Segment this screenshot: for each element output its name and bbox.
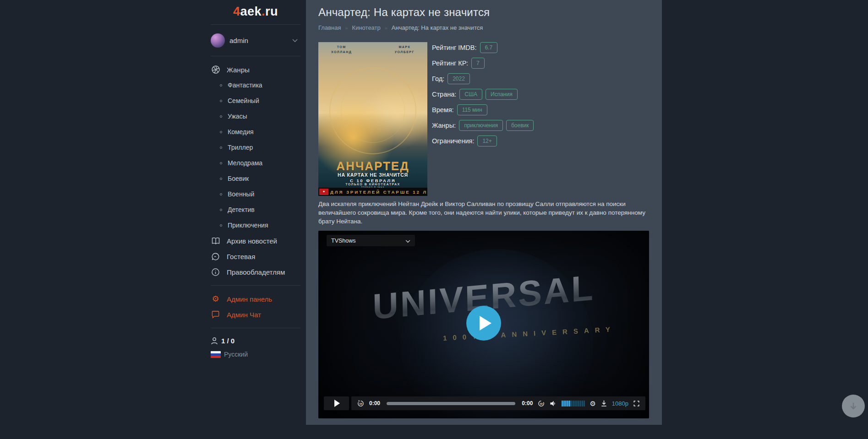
volume-bars[interactable]	[562, 401, 585, 406]
sidebar-item-genres[interactable]: Жанры	[211, 62, 300, 77]
video-player[interactable]: UNIVERSAL 100TH ANNIVERSARY TVShows	[318, 231, 649, 418]
source-select[interactable]: TVShows	[327, 235, 415, 246]
poster-note: ТОЛЬКО В КИНОТЕАТРАХ	[318, 183, 427, 186]
breadcrumb: Главная » Кинотеатр » Анчартед: На карта…	[318, 24, 650, 31]
sidebar-item-label: Жанры	[227, 66, 250, 74]
bullet-icon	[220, 209, 222, 211]
age-badge[interactable]: 12+	[477, 135, 497, 146]
language-label: Русский	[224, 351, 248, 358]
site-logo[interactable]: 4aek.ru	[211, 5, 300, 19]
info-circle-icon	[211, 268, 220, 276]
fullscreen-icon	[633, 400, 640, 407]
svg-text:10: 10	[359, 402, 362, 405]
page: 4aek.ru admin Жанры Фантастика Семей	[0, 0, 868, 439]
page-title: Анчартед: На картах не значится	[318, 6, 650, 19]
genre-badge[interactable]: боевик	[506, 120, 534, 131]
sidebar-item-genre[interactable]: Военный	[211, 186, 300, 202]
poster-age-banner: ДЛЯ ЗРИТЕЛЕЙ СТАРШЕ 12 ЛЕТ	[318, 188, 427, 196]
poster-actor-left: ТОМ ХОЛЛАНД	[331, 45, 352, 54]
forward-10-button[interactable]: 10	[537, 400, 545, 407]
country-badge[interactable]: США	[459, 89, 482, 100]
progress-bar[interactable]	[387, 402, 515, 405]
sidebar-item-genre[interactable]: Мелодрама	[211, 155, 300, 171]
play-button[interactable]	[324, 396, 349, 410]
duration-badge[interactable]: 115 мин	[457, 104, 487, 115]
scroll-down-fab[interactable]	[842, 395, 865, 417]
info-label: Рейтинг КР:	[432, 60, 468, 67]
info-label: Время:	[432, 106, 454, 114]
info-row-duration: Время: 115 мин	[432, 104, 537, 115]
fullscreen-button[interactable]	[633, 400, 640, 407]
person-icon	[211, 337, 218, 345]
settings-button[interactable]: ⚙	[590, 400, 595, 407]
sidebar-item-news-archive[interactable]: Архив новостей	[211, 233, 300, 249]
movie-header: ТОМ ХОЛЛАНД МАРК УОЛБЕРГ АНЧАРТЕД НА КАР…	[318, 42, 650, 196]
rewind-10-icon: 10	[357, 400, 365, 407]
genre-badge[interactable]: приключения	[459, 120, 503, 131]
quality-button[interactable]: 1080p	[612, 400, 628, 407]
movie-info: Рейтинг IMDB: 6.7 Рейтинг КР: 7 Год: 202…	[432, 42, 537, 196]
genre-label: Фантастика	[228, 81, 262, 89]
mute-button[interactable]	[550, 400, 557, 407]
sidebar-item-admin-panel[interactable]: ⚙ Админ панель	[211, 291, 300, 307]
sidebar-item-genre[interactable]: Приключения	[211, 217, 300, 233]
user-name: admin	[229, 37, 292, 44]
genre-label: Ужасы	[228, 113, 247, 120]
imdb-rating-badge[interactable]: 6.7	[480, 42, 498, 53]
main-content: Анчартед: На картах не значится Главная …	[306, 0, 662, 425]
age-banner-text: ДЛЯ ЗРИТЕЛЕЙ СТАРШЕ 12 ЛЕТ	[330, 190, 427, 195]
divider	[211, 328, 300, 328]
info-label: Год:	[432, 75, 444, 82]
bullet-icon	[220, 84, 222, 87]
bullet-icon	[220, 193, 222, 195]
player-controls: 10 0:00 0:00 10	[324, 396, 645, 410]
sidebar-item-genre[interactable]: Боевик	[211, 171, 300, 186]
bullet-icon	[220, 100, 222, 102]
play-icon	[334, 400, 340, 407]
open-book-icon	[211, 237, 220, 245]
sidebar-item-genre[interactable]: Ужасы	[211, 108, 300, 124]
bullet-icon	[220, 131, 222, 133]
genre-label: Боевик	[228, 175, 249, 182]
arrow-down-icon	[848, 401, 858, 411]
rewind-10-button[interactable]: 10	[357, 400, 365, 407]
kp-rating-badge[interactable]: 7	[471, 58, 485, 69]
sidebar-item-genre[interactable]: Триллер	[211, 140, 300, 155]
info-label: Жанры:	[432, 122, 456, 129]
sidebar-item-genre[interactable]: Детектив	[211, 202, 300, 217]
bullet-icon	[220, 178, 222, 180]
speaker-icon	[550, 400, 557, 407]
genre-label: Мелодрама	[228, 159, 262, 167]
bullet-icon	[220, 224, 222, 227]
sidebar-item-admin-chat[interactable]: Админ Чат	[211, 307, 300, 322]
divider	[211, 56, 300, 56]
chat-circle-icon	[211, 252, 220, 261]
sidebar-item-genre[interactable]: Семейный	[211, 93, 300, 108]
movie-poster: ТОМ ХОЛЛАНД МАРК УОЛБЕРГ АНЧАРТЕД НА КАР…	[318, 42, 427, 196]
big-play-button[interactable]	[466, 306, 501, 341]
sidebar: 4aek.ru admin Жанры Фантастика Семей	[211, 0, 300, 361]
poster-title: АНЧАРТЕД	[318, 159, 427, 173]
chat-bubble-icon	[211, 310, 220, 319]
movie-description: Два искателя приключений Нейтан Дрейк и …	[318, 200, 646, 226]
chevron-down-icon	[292, 36, 298, 44]
download-button[interactable]	[601, 400, 607, 407]
current-time: 0:00	[369, 400, 380, 406]
user-menu[interactable]: admin	[211, 30, 300, 50]
sidebar-item-genre[interactable]: Комедия	[211, 124, 300, 140]
genre-label: Приключения	[228, 222, 268, 229]
info-row-genres: Жанры: приключения боевик	[432, 120, 537, 131]
breadcrumb-section[interactable]: Кинотеатр	[352, 24, 381, 31]
play-icon	[480, 316, 491, 331]
sidebar-item-guestbook[interactable]: Гостевая	[211, 249, 300, 264]
sidebar-item-rights[interactable]: Правообладетлям	[211, 264, 300, 280]
language-switcher[interactable]: Русский	[211, 347, 300, 361]
genre-label: Триллер	[228, 144, 253, 151]
country-badge[interactable]: Испания	[486, 89, 518, 100]
svg-text:10: 10	[540, 402, 543, 405]
breadcrumb-separator: »	[345, 25, 348, 31]
sidebar-item-genre[interactable]: Фантастика	[211, 77, 300, 93]
breadcrumb-home[interactable]: Главная	[318, 24, 341, 31]
avatar	[211, 33, 225, 48]
year-badge[interactable]: 2022	[448, 73, 470, 84]
